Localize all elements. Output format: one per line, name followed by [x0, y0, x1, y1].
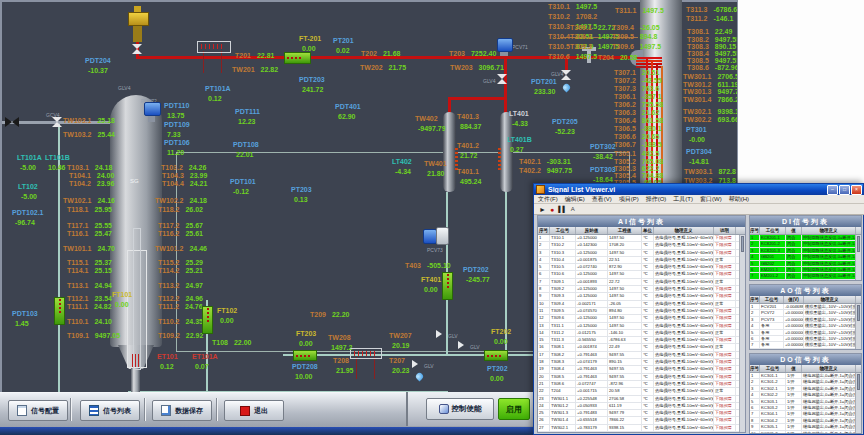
tag-T204: T20420.58: [598, 54, 638, 62]
t201-heater: [197, 41, 231, 53]
tag-TW208: TW2081497.2: [328, 334, 352, 352]
glv-valve-icon: [458, 341, 464, 349]
maximize-button[interactable]: □: [839, 185, 850, 195]
scada-screen: SG PDT204-10.37T20122.81TW20122.82PT101A…: [0, 0, 864, 435]
tag-PDT203: PDT203241.72: [299, 76, 325, 94]
di-signal-panel: DI信号列表序号工位号值物理意义1KC8201-1闭合控制回路状态反馈,0=断开…: [749, 215, 862, 281]
coil: [636, 63, 662, 65]
ai-table-row: 2T310.2+0.1423001708.20℃热电偶信号,量程-10mV~60…: [538, 242, 745, 249]
menu-item[interactable]: 操作(O): [646, 195, 667, 203]
tag-T112.2: T112.224.96: [158, 295, 203, 303]
tag-T403: T403-505.10: [405, 262, 451, 270]
tag-PDT304: PDT304-14.81: [686, 148, 712, 166]
tag-T309.4: T309.4-26.05: [612, 24, 660, 32]
ft101-flowmeter: [54, 297, 65, 325]
tag-PDT208: PDT20810.00: [292, 363, 318, 381]
tag-T310.6: T310.61497.5: [548, 53, 597, 61]
glv-valve-icon: [436, 330, 442, 338]
tag-LT101A: LT101A-5.00: [17, 154, 42, 172]
ai-table-row: 17T308.2+0.7914639497.55℃热电偶信号,量程-10mV~6…: [538, 352, 745, 359]
column-hatch: [498, 148, 501, 170]
tag-TW301.1: TW301.12706.58: [683, 73, 743, 81]
tag-PDT110: PDT11013.75: [164, 102, 189, 120]
tag-TW101.1: TW101.124.70: [63, 245, 115, 253]
tag-T309.1: T309.122.72: [570, 24, 615, 32]
button-save[interactable]: 数据保存: [152, 400, 212, 421]
tag-T115.2: T115.225.29: [158, 259, 203, 267]
tag-T311.3: T311.3-6786.63: [686, 6, 741, 14]
ai-table-row: 18T308.3+0.074179890.15℃热电偶信号,量程-10mV~60…: [538, 359, 745, 366]
di-table-header: 序号工位号值物理意义: [750, 227, 861, 235]
tag-PDT108: PDT10822.01: [233, 141, 259, 159]
labview-vi-icon: [536, 185, 545, 194]
font-tool-icon[interactable]: A: [571, 206, 575, 212]
control-valve-yellow-stem: [134, 6, 141, 12]
tag-T207: T20720.23: [389, 357, 410, 375]
equip-label-GLV: GLV: [424, 363, 434, 369]
tag-LT401: LT401-4.33: [509, 110, 529, 128]
menu-item[interactable]: 帮助(H): [729, 195, 749, 203]
tag-T117.1: T117.125.55: [67, 222, 112, 230]
tag-FT102: FT1020.00: [217, 307, 237, 325]
tag-PDT401: PDT40162.90: [335, 103, 361, 121]
tag-PDT103: PDT1031.45: [12, 310, 38, 328]
tag-TW207: TW20720.19: [389, 332, 412, 350]
heater-lead: [203, 51, 204, 73]
tag-TW302.1: TW302.19398.15: [683, 108, 743, 116]
ai-table-row: 4T310.4+0.00187522.51℃热电偶信号,量程-10mV~60mV…: [538, 257, 745, 264]
pause-icon[interactable]: ▌▌: [558, 206, 567, 212]
menu-item[interactable]: 工具(T): [673, 195, 693, 203]
tag-T104.2: T104.223.96: [69, 180, 114, 188]
minimize-button[interactable]: –: [827, 185, 838, 195]
menu-item[interactable]: 文件(F): [538, 195, 558, 203]
popup-titlebar[interactable]: Signal List Viewer.vi – □ ×: [534, 184, 863, 195]
shutoff-valve-icon: [12, 117, 19, 127]
tag-TW101.2: TW101.224.46: [155, 245, 207, 253]
di-scrollbar[interactable]: [855, 235, 861, 280]
popup-toolbar: ► ● ▌▌ A: [534, 204, 864, 215]
tag-T104.1: T104.124.00: [69, 172, 114, 180]
tag-T110.1: T110.124.10: [67, 318, 112, 326]
run-icon[interactable]: ►: [539, 206, 546, 213]
ao-table-header: 序号工位号值(V)物理意义: [750, 296, 861, 304]
button-exit[interactable]: 退出: [224, 400, 284, 421]
do-scrollbar[interactable]: [855, 373, 861, 433]
tag-TW103.2: TW103.225.44: [63, 131, 115, 139]
control-enable-button[interactable]: 控制使能: [426, 398, 494, 420]
ai-scrollbar[interactable]: [739, 235, 745, 432]
tag-T110.2: T110.224.35: [158, 318, 203, 326]
tag-PDT101: PDT101-0.12: [230, 178, 256, 196]
stop-icon[interactable]: ●: [550, 206, 554, 213]
ao-signal-panel: AO信号列表序号工位号值(V)物理意义1FCV201-0.004688模拟量输出…: [749, 284, 862, 350]
tag-T109.1: T109.19497.05: [67, 332, 120, 340]
button-list[interactable]: 信号列表: [80, 400, 140, 421]
ai-table-row: 9T309.3+0.1250001497.50℃热电偶信号,量程-10mV~60…: [538, 293, 745, 300]
enable-button[interactable]: 启用: [498, 398, 530, 420]
ai-table-row: 6T310.6+0.1250001497.50℃热电偶信号,量程-10mV~60…: [538, 271, 745, 278]
ai-table-header: 序号工位号原始值工程值单位物理意义说明: [538, 227, 745, 235]
tag-T103.1: T103.124.18: [67, 164, 112, 172]
ai-table-row: 14T311.2-0.012175-146.10℃热电偶信号,量程-10mV~6…: [538, 330, 745, 337]
ai-table-row: 21T308.6-0.072747-872.96℃热电偶信号,量程-10mV~6…: [538, 381, 745, 388]
ai-panel-title: AI信号列表: [538, 216, 745, 227]
tag-TW301.3: TW301.39497.79: [683, 88, 743, 96]
tag-TW301.4: TW301.47866.22: [683, 96, 743, 104]
tag-PT201: PT2010.02: [333, 37, 354, 55]
tag-T311.1: T311.11497.5: [615, 7, 664, 15]
tag-T103.2: T103.224.26: [161, 164, 206, 172]
tag-T307.3: T307.3763.6: [614, 85, 659, 93]
close-button[interactable]: ×: [851, 185, 862, 195]
ai-table-row: 5T310.5+0.072740872.90℃热电偶信号,量程-10mV~60m…: [538, 264, 745, 271]
tag-PDT303: PDT303-18.64: [590, 166, 616, 184]
menu-item[interactable]: 项目(P): [619, 195, 639, 203]
tag-T306.5: T306.5-880.1: [614, 125, 662, 133]
do-table-header: 序号工位号值物理意义: [750, 365, 861, 373]
button-doc[interactable]: 信号配置: [8, 400, 68, 421]
menu-item[interactable]: 窗口(W): [700, 195, 722, 203]
equip-label-GLV4: GLV4: [551, 71, 563, 77]
menu-item[interactable]: 查看(V): [592, 195, 612, 203]
equip-label-GLV4: GLV4: [118, 85, 130, 91]
ao-scrollbar[interactable]: [855, 304, 861, 349]
coil: [636, 57, 662, 59]
menu-item[interactable]: 编辑(E): [565, 195, 585, 203]
